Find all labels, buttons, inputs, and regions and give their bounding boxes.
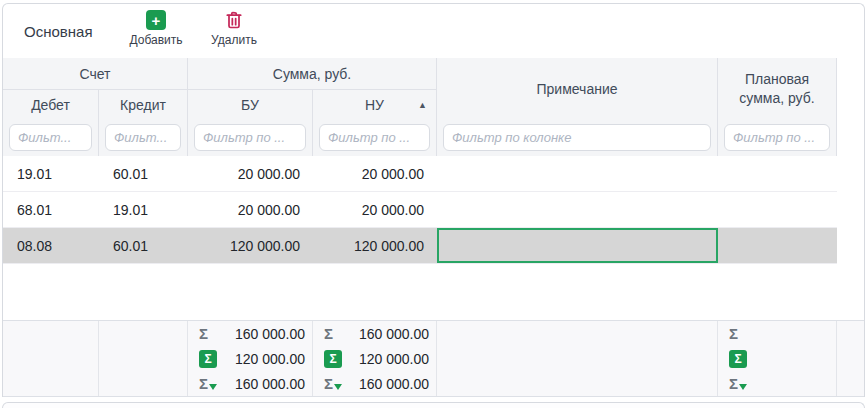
footer-gutter	[837, 321, 864, 396]
cell-note[interactable]	[437, 192, 718, 228]
sigma-filtered-icon: Σ	[324, 376, 342, 391]
sort-asc-icon: ▲	[418, 100, 427, 110]
table-footer: Σ 160 000.00 Σ 120 000.00 Σ 160 000.00 Σ…	[3, 320, 864, 397]
filter-input-note[interactable]	[443, 124, 711, 151]
cell-planned[interactable]	[718, 156, 837, 192]
add-button[interactable]: + Добавить	[124, 10, 188, 47]
delete-button[interactable]: Удалить	[202, 10, 266, 47]
filter-cell-credit	[99, 120, 188, 156]
cell-note-selected[interactable]	[437, 228, 718, 264]
table-row[interactable]: 68.01 19.01 20 000.00 20 000.00	[3, 192, 864, 228]
trash-icon	[224, 10, 244, 30]
cell-debit[interactable]: 68.01	[3, 192, 99, 228]
filter-cell-bu	[188, 120, 313, 156]
column-header-nu[interactable]: НУ ▲	[313, 90, 437, 120]
row-gutter	[837, 192, 864, 228]
table-body: 19.01 60.01 20 000.00 20 000.00 68.01 19…	[3, 156, 864, 264]
cell-debit[interactable]: 08.08	[3, 228, 99, 264]
footer-sum-total-planned: Σ	[718, 321, 836, 346]
sum-filtered-bu-value: 160 000.00	[235, 376, 305, 392]
footer-sum-filtered-planned: Σ	[718, 371, 836, 396]
cell-debit[interactable]: 19.01	[3, 156, 99, 192]
footer-cell-bu: Σ 160 000.00 Σ 120 000.00 Σ 160 000.00	[188, 321, 313, 396]
sum-total-bu-value: 160 000.00	[235, 326, 305, 342]
cell-nu[interactable]: 120 000.00	[313, 228, 437, 264]
cell-credit[interactable]: 19.01	[99, 192, 188, 228]
filter-funnel-icon	[739, 384, 747, 390]
footer-cell-nu: Σ 160 000.00 Σ 120 000.00 Σ 160 000.00	[313, 321, 437, 396]
footer-cell-debit	[3, 321, 99, 396]
table-empty-area	[3, 264, 864, 320]
sigma-filtered-icon: Σ	[199, 376, 217, 391]
column-header-debit[interactable]: Дебет	[3, 90, 99, 120]
footer-sum-total-nu: Σ 160 000.00	[313, 321, 436, 346]
sigma-total-icon: Σ	[199, 326, 208, 341]
entries-panel: Основная + Добавить Удалить Счет Сумма, …	[2, 3, 865, 397]
filter-cell-planned	[718, 120, 837, 156]
sum-total-nu-value: 160 000.00	[359, 326, 429, 342]
footer-cell-note	[437, 321, 718, 396]
sigma-total-icon: Σ	[324, 326, 333, 341]
sigma-glyph: Σ	[324, 376, 333, 391]
sigma-glyph: Σ	[199, 376, 208, 391]
filter-funnel-icon	[209, 384, 217, 390]
footer-sum-selected-planned: Σ	[718, 346, 836, 371]
sum-selected-nu-value: 120 000.00	[359, 351, 429, 367]
row-gutter	[837, 228, 864, 264]
sigma-glyph: Σ	[729, 376, 738, 391]
cell-bu[interactable]: 20 000.00	[188, 156, 313, 192]
group-header-amount: Сумма, руб.	[188, 58, 437, 90]
filter-input-nu[interactable]	[319, 124, 430, 151]
sigma-total-icon: Σ	[729, 326, 738, 341]
filter-cell-note	[437, 120, 718, 156]
cell-bu[interactable]: 20 000.00	[188, 192, 313, 228]
sum-filtered-nu-value: 160 000.00	[359, 376, 429, 392]
table-row-selected[interactable]: 08.08 60.01 120 000.00 120 000.00	[3, 228, 864, 264]
column-header-planned[interactable]: Плановая сумма, руб.	[718, 58, 837, 120]
sigma-selected-icon: Σ	[729, 350, 747, 368]
footer-cell-planned: Σ Σ Σ	[718, 321, 837, 396]
plus-icon: +	[146, 10, 166, 30]
footer-cell-credit	[99, 321, 188, 396]
cell-planned[interactable]	[718, 228, 837, 264]
filter-cell-nu	[313, 120, 437, 156]
table-row[interactable]: 19.01 60.01 20 000.00 20 000.00	[3, 156, 864, 192]
sigma-selected-icon: Σ	[199, 350, 217, 368]
tab-main[interactable]: Основная	[24, 23, 93, 40]
footer-sum-filtered-nu: Σ 160 000.00	[313, 371, 436, 396]
filter-input-bu[interactable]	[194, 124, 306, 151]
plus-glyph: +	[152, 13, 161, 28]
sum-selected-bu-value: 120 000.00	[235, 351, 305, 367]
cell-nu[interactable]: 20 000.00	[313, 192, 437, 228]
column-header-note[interactable]: Примечание	[437, 58, 718, 120]
footer-sum-filtered-bu: Σ 160 000.00	[188, 371, 312, 396]
column-header-nu-label: НУ	[365, 97, 384, 113]
footer-sum-selected-bu: Σ 120 000.00	[188, 346, 312, 371]
filter-cell-debit	[3, 120, 99, 156]
cell-credit[interactable]: 60.01	[99, 156, 188, 192]
table-header: Счет Сумма, руб. Дебет Кредит БУ НУ ▲ Пр…	[3, 58, 864, 156]
header-gutter	[837, 58, 864, 156]
sigma-selected-icon: Σ	[324, 350, 342, 368]
footer-sum-selected-nu: Σ 120 000.00	[313, 346, 436, 371]
cell-nu[interactable]: 20 000.00	[313, 156, 437, 192]
filter-input-debit[interactable]	[9, 124, 92, 151]
sigma-filtered-icon: Σ	[729, 376, 747, 391]
footer-sum-total-bu: Σ 160 000.00	[188, 321, 312, 346]
add-button-label: Добавить	[129, 33, 182, 47]
row-gutter	[837, 156, 864, 192]
delete-button-label: Удалить	[211, 33, 257, 47]
cell-planned[interactable]	[718, 192, 837, 228]
group-header-account: Счет	[3, 58, 188, 90]
next-panel-edge[interactable]	[2, 402, 865, 408]
column-header-credit[interactable]: Кредит	[99, 90, 188, 120]
cell-credit[interactable]: 60.01	[99, 228, 188, 264]
filter-input-credit[interactable]	[105, 124, 181, 151]
filter-funnel-icon	[334, 384, 342, 390]
toolbar: Основная + Добавить Удалить	[3, 4, 864, 58]
filter-input-planned[interactable]	[724, 124, 830, 151]
cell-note[interactable]	[437, 156, 718, 192]
column-header-bu[interactable]: БУ	[188, 90, 313, 120]
cell-bu[interactable]: 120 000.00	[188, 228, 313, 264]
